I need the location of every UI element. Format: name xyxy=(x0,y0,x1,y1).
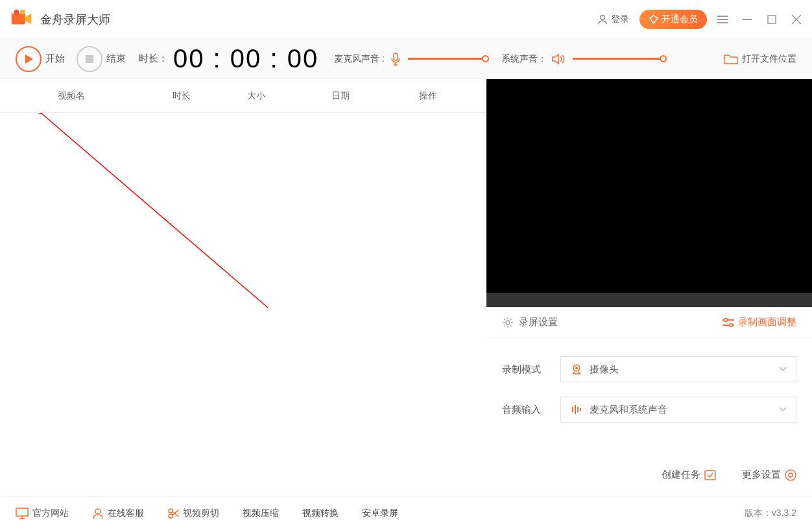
svg-rect-32 xyxy=(16,508,28,516)
record-mode-dropdown[interactable]: 摄像头 xyxy=(560,356,796,382)
col-size: 大小 xyxy=(221,90,292,102)
svg-point-37 xyxy=(169,514,173,518)
record-mode-row: 录制模式 摄像头 xyxy=(502,356,796,382)
open-folder-label: 打开文件位置 xyxy=(742,53,796,65)
system-audio-label: 系统声音： xyxy=(501,53,547,65)
menu-button[interactable] xyxy=(716,13,729,26)
main-content: 视频名 时长 大小 日期 操作 录屏设置 录制画面调整 xyxy=(0,79,812,497)
preview-controls-bar[interactable] xyxy=(486,293,812,307)
record-mode-label: 录制模式 xyxy=(502,363,560,376)
version-display: 版本：v3.3.2 xyxy=(745,508,796,519)
app-logo-icon xyxy=(9,7,34,32)
mic-label: 麦克风声音 : xyxy=(334,53,385,65)
svg-marker-1 xyxy=(25,13,32,24)
svg-rect-29 xyxy=(705,471,715,480)
svg-point-18 xyxy=(506,321,510,325)
create-task-button[interactable]: 创建任务 xyxy=(662,469,716,481)
table-header: 视频名 时长 大小 日期 操作 xyxy=(0,79,486,113)
system-volume-group: 系统声音： xyxy=(501,53,663,65)
app-title: 金舟录屏大师 xyxy=(40,12,597,27)
speaker-icon xyxy=(552,53,566,65)
stop-record-button[interactable] xyxy=(77,46,102,72)
system-volume-slider[interactable] xyxy=(573,58,663,60)
svg-point-21 xyxy=(724,318,728,321)
record-mode-value: 摄像头 xyxy=(590,363,779,376)
svg-point-24 xyxy=(575,367,578,369)
video-preview[interactable] xyxy=(486,79,812,293)
folder-icon xyxy=(724,53,738,65)
sliders-icon xyxy=(722,317,734,328)
col-action: 操作 xyxy=(389,90,467,102)
col-duration: 时长 xyxy=(143,90,221,102)
vip-label: 开通会员 xyxy=(662,14,698,25)
settings-header: 录屏设置 录制画面调整 xyxy=(486,307,812,338)
svg-point-4 xyxy=(601,15,605,19)
minimize-button[interactable] xyxy=(741,13,754,26)
play-icon xyxy=(23,54,34,64)
start-label: 开始 xyxy=(45,53,65,65)
svg-rect-14 xyxy=(394,53,398,60)
col-date: 日期 xyxy=(292,90,389,102)
recording-timer: 00 : 00 : 00 xyxy=(173,44,318,73)
gear-icon xyxy=(785,469,796,481)
toolbar: 开始 结束 时长： 00 : 00 : 00 麦克风声音 : 系统声音： 打开文… xyxy=(0,39,812,79)
audio-input-dropdown[interactable]: 麦克风和系统声音 xyxy=(560,397,796,423)
official-website-link[interactable]: 官方网站 xyxy=(16,508,69,519)
duration-label: 时长： xyxy=(139,53,168,65)
svg-marker-15 xyxy=(553,55,558,64)
svg-marker-13 xyxy=(25,55,33,64)
stop-icon xyxy=(86,55,93,63)
settings-footer: 创建任务 更多设置 xyxy=(486,469,812,497)
video-edit-link[interactable]: 视频剪切 xyxy=(167,508,219,519)
online-support-link[interactable]: 在线客服 xyxy=(92,508,144,519)
scissors-icon xyxy=(167,508,179,519)
window-controls xyxy=(716,13,803,26)
close-button[interactable] xyxy=(790,13,803,26)
task-icon xyxy=(704,470,716,480)
microphone-icon xyxy=(390,53,401,66)
svg-point-22 xyxy=(730,323,733,326)
vip-button[interactable]: 开通会员 xyxy=(639,10,707,29)
headset-icon xyxy=(92,508,104,519)
video-convert-link[interactable]: 视频转换 xyxy=(302,508,339,519)
diamond-icon xyxy=(649,14,659,25)
audio-waves-icon xyxy=(570,404,583,415)
android-record-link[interactable]: 安卓录屏 xyxy=(362,508,398,519)
svg-point-30 xyxy=(789,473,793,477)
maximize-button[interactable] xyxy=(765,13,778,26)
svg-point-35 xyxy=(95,509,101,514)
audio-input-value: 麦克风和系统声音 xyxy=(590,404,779,416)
svg-point-2 xyxy=(14,9,19,14)
open-folder-button[interactable]: 打开文件位置 xyxy=(724,53,796,65)
svg-rect-0 xyxy=(12,13,25,24)
gear-icon xyxy=(502,317,514,328)
mic-volume-group: 麦克风声音 : xyxy=(334,53,486,66)
login-button[interactable]: 登录 xyxy=(597,14,629,25)
titlebar: 金舟录屏大师 登录 开通会员 xyxy=(0,0,812,39)
svg-point-31 xyxy=(785,470,796,480)
chevron-down-icon xyxy=(779,407,787,412)
annotation-arrow xyxy=(34,113,307,386)
video-compress-link[interactable]: 视频压缩 xyxy=(243,508,279,519)
start-record-button[interactable] xyxy=(16,46,42,72)
svg-point-3 xyxy=(20,9,25,14)
monitor-icon xyxy=(16,508,29,519)
audio-input-label: 音频输入 xyxy=(502,404,560,416)
svg-marker-5 xyxy=(650,16,658,23)
more-settings-button[interactable]: 更多设置 xyxy=(742,469,796,481)
mic-volume-slider[interactable] xyxy=(408,58,486,60)
col-name: 视频名 xyxy=(0,90,143,102)
camera-icon xyxy=(570,363,583,375)
user-icon xyxy=(597,14,608,25)
login-label: 登录 xyxy=(611,14,629,25)
recordings-panel: 视频名 时长 大小 日期 操作 xyxy=(0,79,486,497)
adjust-screen-button[interactable]: 录制画面调整 xyxy=(722,316,796,328)
table-body xyxy=(0,113,486,497)
stop-label: 结束 xyxy=(106,53,126,65)
settings-title: 录屏设置 xyxy=(502,316,722,328)
svg-line-17 xyxy=(41,113,268,308)
svg-point-36 xyxy=(169,509,173,513)
svg-rect-10 xyxy=(768,16,776,23)
audio-input-row: 音频输入 麦克风和系统声音 xyxy=(502,397,796,423)
settings-panel: 录屏设置 录制画面调整 录制模式 摄像头 音频输入 麦克风和系统声音 xyxy=(486,79,812,497)
